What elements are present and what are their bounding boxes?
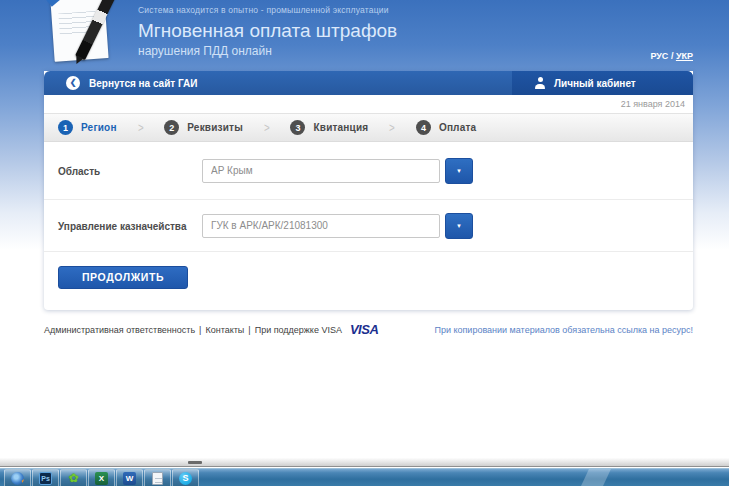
footer-link-responsibility[interactable]: Административная ответственность bbox=[44, 325, 195, 335]
language-switcher: РУС / УКР bbox=[650, 51, 693, 61]
region-select-input[interactable] bbox=[202, 159, 440, 183]
visa-logo: VISA bbox=[350, 322, 378, 337]
taskbar-glare bbox=[581, 469, 611, 486]
page-subtitle: нарушения ПДД онлайн bbox=[138, 44, 397, 58]
back-button-label: Вернутся на сайт ГАИ bbox=[89, 78, 197, 89]
step-receipt[interactable]: 3 Квитанция bbox=[290, 120, 368, 135]
taskbar-button-document[interactable] bbox=[144, 469, 171, 486]
chevron-right-icon: > bbox=[389, 120, 395, 135]
user-icon bbox=[534, 77, 546, 89]
document-app-icon bbox=[152, 472, 163, 485]
copyright-note: При копировании материалов обязательна с… bbox=[434, 325, 693, 335]
browser-status-strip bbox=[0, 458, 729, 467]
taskbar-button-firefox[interactable] bbox=[4, 469, 31, 486]
footer-separator: | bbox=[199, 325, 201, 335]
main-card: ❮ Вернутся на сайт ГАИ Личный кабинет 21… bbox=[44, 71, 693, 310]
current-date: 21 января 2014 bbox=[44, 95, 693, 113]
step-1-number: 1 bbox=[58, 120, 73, 135]
lang-rus-link[interactable]: РУС bbox=[650, 51, 668, 61]
firefox-icon bbox=[11, 472, 24, 485]
taskbar-button-photoshop[interactable]: Ps bbox=[32, 469, 59, 486]
icq-flower-icon: ✿ bbox=[68, 472, 78, 484]
taskbar-button-icq[interactable]: ✿ bbox=[60, 469, 87, 486]
treasury-field-label: Управление казначейства bbox=[58, 220, 186, 231]
step-payment[interactable]: 4 Оплата bbox=[416, 120, 476, 135]
region-field-label: Область bbox=[58, 165, 100, 176]
photoshop-icon: Ps bbox=[39, 472, 52, 485]
system-notice: Система находится в опытно - промышленно… bbox=[138, 5, 397, 15]
lang-separator: / bbox=[668, 51, 676, 61]
back-to-gai-button[interactable]: ❮ Вернутся на сайт ГАИ bbox=[44, 71, 197, 95]
treasury-dropdown-button[interactable]: ▼ bbox=[445, 213, 473, 239]
form-row-region: Область ▼ bbox=[44, 142, 693, 200]
footer-links: Административная ответственность | Конта… bbox=[44, 322, 378, 337]
step-region[interactable]: 1 Регион bbox=[58, 120, 117, 135]
taskbar-button-excel[interactable]: X bbox=[88, 469, 115, 486]
step-2-number: 2 bbox=[164, 120, 179, 135]
footer-link-visa-support[interactable]: При поддержке VISA bbox=[255, 325, 342, 335]
personal-cabinet-button[interactable]: Личный кабинет bbox=[512, 71, 693, 95]
region-dropdown-button[interactable]: ▼ bbox=[445, 158, 473, 184]
word-icon: W bbox=[123, 472, 136, 485]
taskbar-button-skype[interactable]: S bbox=[172, 469, 199, 486]
resize-handle[interactable] bbox=[188, 461, 202, 464]
footer: Административная ответственность | Конта… bbox=[44, 322, 693, 337]
step-4-number: 4 bbox=[416, 120, 431, 135]
step-1-label: Регион bbox=[81, 122, 117, 133]
personal-cabinet-label: Личный кабинет bbox=[554, 78, 636, 89]
chevron-down-icon: ▼ bbox=[456, 223, 462, 229]
step-4-label: Оплата bbox=[439, 122, 476, 133]
excel-icon: X bbox=[95, 472, 108, 485]
treasury-select-input[interactable] bbox=[202, 214, 440, 238]
footer-link-contacts[interactable]: Контакты bbox=[205, 325, 244, 335]
page-title: Мгновенная оплата штрафов bbox=[138, 20, 397, 42]
site-logo bbox=[46, 0, 132, 64]
lang-ukr-link[interactable]: УКР bbox=[676, 51, 693, 61]
taskbar-button-word[interactable]: W bbox=[116, 469, 143, 486]
form-row-submit: ПРОДОЛЖИТЬ bbox=[44, 252, 693, 310]
chevron-down-icon: ▼ bbox=[456, 168, 462, 174]
footer-separator: | bbox=[248, 325, 250, 335]
navbar: ❮ Вернутся на сайт ГАИ Личный кабинет bbox=[44, 71, 693, 95]
form-row-treasury: Управление казначейства ▼ bbox=[44, 200, 693, 252]
windows-taskbar: Ps ✿ X W S bbox=[0, 468, 729, 486]
chevron-right-icon: > bbox=[264, 120, 270, 135]
step-indicator: 1 Регион > 2 Реквизиты > 3 Квитанция > 4… bbox=[44, 113, 693, 142]
step-3-number: 3 bbox=[290, 120, 305, 135]
step-3-label: Квитанция bbox=[313, 122, 368, 133]
continue-button[interactable]: ПРОДОЛЖИТЬ bbox=[58, 266, 188, 289]
back-arrow-icon: ❮ bbox=[66, 76, 80, 90]
header-text: Система находится в опытно - промышленно… bbox=[138, 5, 397, 58]
step-2-label: Реквизиты bbox=[187, 122, 243, 133]
skype-icon: S bbox=[179, 472, 192, 485]
screen: Система находится в опытно - промышленно… bbox=[0, 0, 729, 486]
chevron-right-icon: > bbox=[138, 120, 144, 135]
step-requisites[interactable]: 2 Реквизиты bbox=[164, 120, 243, 135]
